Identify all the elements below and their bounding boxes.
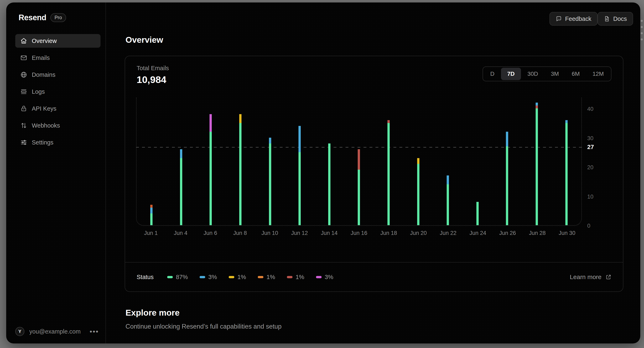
bar-segment-green <box>417 164 420 225</box>
stacked-bar-jun-8[interactable] <box>239 114 242 225</box>
feedback-button[interactable]: Feedback <box>550 12 598 26</box>
docs-button[interactable]: Docs <box>598 12 633 26</box>
sidebar-item-domains[interactable]: Domains <box>15 68 100 82</box>
plan-badge: Pro <box>50 13 66 22</box>
sidebar-item-logs[interactable]: Logs <box>15 85 100 98</box>
legend-swatch-green <box>167 276 173 278</box>
feedback-label: Feedback <box>565 16 591 22</box>
stacked-bar-jun-4[interactable] <box>180 149 182 225</box>
bar-cell <box>374 98 404 225</box>
legend-percentage: 87% <box>176 274 188 280</box>
bar-segment-green <box>388 123 390 225</box>
x-tick-label: Jun 16 <box>344 230 374 236</box>
sidebar-item-label: Domains <box>32 72 55 78</box>
range-button-12m[interactable]: 12M <box>586 68 610 80</box>
stacked-bar-jun-26[interactable] <box>506 132 508 225</box>
sidebar-nav: OverviewEmailsDomainsLogsAPI KeysWebhook… <box>15 34 100 152</box>
bar-segment-green <box>476 202 479 225</box>
bar-segment-blue <box>150 208 152 214</box>
lock-icon <box>20 105 27 112</box>
y-tick-label: 40 <box>587 106 594 112</box>
legend-percentage: 3% <box>325 274 333 280</box>
range-button-7d[interactable]: 7D <box>501 68 521 80</box>
bar-segment-green <box>210 132 212 225</box>
home-icon <box>20 37 27 44</box>
bar-segment-yellow <box>239 114 242 123</box>
legend-percentage: 3% <box>208 274 217 280</box>
sidebar-item-overview[interactable]: Overview <box>15 34 100 48</box>
stacked-bar-jun-1[interactable] <box>150 205 152 225</box>
bar-segment-green <box>358 170 360 225</box>
x-tick-label: Jun 4 <box>166 230 196 236</box>
learn-more-label: Learn more <box>570 274 602 280</box>
stacked-bar-jun-14[interactable] <box>328 144 330 225</box>
sidebar-item-api-keys[interactable]: API Keys <box>15 102 100 116</box>
stacked-bar-jun-24[interactable] <box>476 202 479 225</box>
stacked-bar-jun-28[interactable] <box>536 102 538 225</box>
bar-segment-magenta <box>210 114 212 132</box>
ellipsis-icon[interactable]: ••• <box>88 328 100 336</box>
y-tick-label: 0 <box>587 223 590 229</box>
legend-percentage: 1% <box>266 274 275 280</box>
logo-row: Resend Pro <box>18 13 66 22</box>
bar-segment-green <box>328 144 330 225</box>
x-tick-label: Jun 10 <box>255 230 285 236</box>
bar-cell <box>255 98 285 225</box>
legend-item-green: 87% <box>167 274 188 280</box>
stacked-bar-jun-20[interactable] <box>417 158 420 225</box>
app-logo: Resend <box>18 13 46 22</box>
bar-cell <box>285 98 314 225</box>
sidebar: Resend Pro OverviewEmailsDomainsLogsAPI … <box>6 2 106 344</box>
legend-swatch-blue <box>200 276 205 278</box>
range-button-30d[interactable]: 30D <box>521 68 544 80</box>
x-tick-label: Jun 26 <box>493 230 522 236</box>
user-email: you@example.com <box>29 328 83 335</box>
learn-more-link[interactable]: Learn more <box>570 274 612 280</box>
user-row[interactable]: Y you@example.com ••• <box>15 327 100 336</box>
x-tick-label: Jun 8 <box>225 230 255 236</box>
bar-cell <box>314 98 344 225</box>
stacked-bar-jun-22[interactable] <box>447 176 449 225</box>
stacked-bar-jun-16[interactable] <box>358 149 360 225</box>
bar-segment-blue <box>298 126 301 152</box>
bar-cell <box>226 98 255 225</box>
stacked-bar-jun-10[interactable] <box>269 138 271 225</box>
range-button-d[interactable]: D <box>484 68 501 80</box>
sidebar-item-webhooks[interactable]: Webhooks <box>15 119 100 132</box>
sidebar-item-label: Webhooks <box>32 122 60 129</box>
bar-cell <box>196 98 226 225</box>
sidebar-item-label: Overview <box>32 38 57 44</box>
chat-bubble-icon <box>556 16 562 22</box>
stacked-bar-jun-6[interactable] <box>210 114 212 225</box>
stacked-bar-jun-30[interactable] <box>565 120 568 225</box>
legend-item-magenta: 3% <box>316 274 333 280</box>
explore-title: Explore more <box>126 308 180 318</box>
sidebar-item-label: API Keys <box>32 105 56 112</box>
bar-segment-green <box>565 123 568 225</box>
bar-chart <box>136 98 582 226</box>
sidebar-item-settings[interactable]: Settings <box>15 136 100 149</box>
stacked-bar-jun-12[interactable] <box>298 126 301 225</box>
webhooks-icon <box>20 122 27 129</box>
sidebar-item-label: Logs <box>32 88 45 95</box>
legend-swatch-magenta <box>316 276 322 278</box>
sidebar-item-label: Settings <box>32 139 54 146</box>
legend-percentage: 1% <box>237 274 246 280</box>
metric-value: 10,984 <box>137 74 166 85</box>
legend-swatch-yellow <box>229 276 234 278</box>
x-tick-label: Jun 30 <box>552 230 582 236</box>
bar-segment-green <box>298 152 301 225</box>
range-selector: D7D30D3M6M12M <box>482 66 612 81</box>
bar-segment-green <box>269 144 271 225</box>
legend-item-red: 1% <box>287 274 304 280</box>
range-button-6m[interactable]: 6M <box>565 68 586 80</box>
bar-cell <box>552 98 581 225</box>
bar-segment-blue <box>565 120 568 123</box>
legend-percentage: 1% <box>296 274 304 280</box>
range-button-3m[interactable]: 3M <box>544 68 565 80</box>
bar-segment-green <box>506 146 508 225</box>
sidebar-item-emails[interactable]: Emails <box>15 51 100 64</box>
stacked-bar-jun-18[interactable] <box>388 120 390 225</box>
docs-label: Docs <box>613 16 627 22</box>
x-tick-label: Jun 18 <box>374 230 404 236</box>
